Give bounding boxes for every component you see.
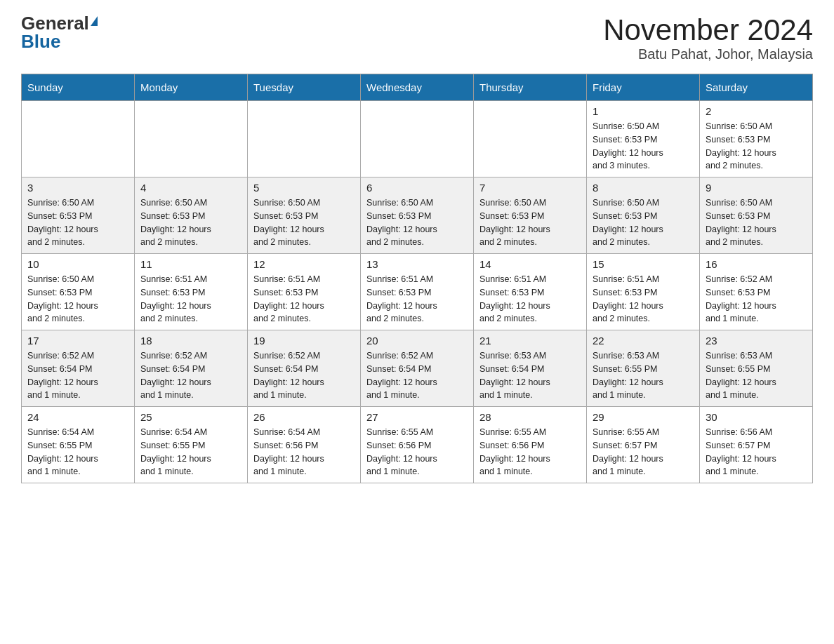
day-info: Sunrise: 6:54 AM Sunset: 6:55 PM Dayligh… bbox=[27, 426, 128, 478]
weekday-header-tuesday: Tuesday bbox=[248, 74, 361, 101]
calendar-cell: 18Sunrise: 6:52 AM Sunset: 6:54 PM Dayli… bbox=[135, 330, 248, 407]
weekday-header-monday: Monday bbox=[135, 74, 248, 101]
calendar-cell: 10Sunrise: 6:50 AM Sunset: 6:53 PM Dayli… bbox=[22, 254, 135, 330]
day-info: Sunrise: 6:50 AM Sunset: 6:53 PM Dayligh… bbox=[27, 273, 128, 326]
day-info: Sunrise: 6:50 AM Sunset: 6:53 PM Dayligh… bbox=[479, 196, 581, 249]
weekday-header-row: SundayMondayTuesdayWednesdayThursdayFrid… bbox=[22, 74, 813, 101]
weekday-header-sunday: Sunday bbox=[22, 74, 135, 101]
day-number: 25 bbox=[140, 411, 241, 423]
page-header: General Blue November 2024 Batu Pahat, J… bbox=[21, 14, 813, 62]
day-info: Sunrise: 6:53 AM Sunset: 6:54 PM Dayligh… bbox=[479, 349, 581, 402]
day-number: 6 bbox=[366, 182, 468, 194]
day-number: 21 bbox=[479, 335, 581, 347]
day-info: Sunrise: 6:51 AM Sunset: 6:53 PM Dayligh… bbox=[253, 273, 355, 326]
calendar-cell: 28Sunrise: 6:55 AM Sunset: 6:56 PM Dayli… bbox=[474, 407, 587, 483]
weekday-header-saturday: Saturday bbox=[700, 74, 813, 101]
calendar-cell: 17Sunrise: 6:52 AM Sunset: 6:54 PM Dayli… bbox=[22, 330, 135, 407]
day-number: 20 bbox=[366, 335, 468, 347]
calendar-cell: 22Sunrise: 6:53 AM Sunset: 6:55 PM Dayli… bbox=[587, 330, 700, 407]
calendar-cell: 1Sunrise: 6:50 AM Sunset: 6:53 PM Daylig… bbox=[587, 101, 700, 177]
month-title: November 2024 bbox=[603, 14, 813, 46]
day-info: Sunrise: 6:56 AM Sunset: 6:57 PM Dayligh… bbox=[706, 426, 807, 478]
day-info: Sunrise: 6:55 AM Sunset: 6:56 PM Dayligh… bbox=[479, 426, 581, 478]
calendar-cell: 27Sunrise: 6:55 AM Sunset: 6:56 PM Dayli… bbox=[361, 407, 474, 483]
calendar-cell: 12Sunrise: 6:51 AM Sunset: 6:53 PM Dayli… bbox=[248, 254, 361, 330]
calendar-cell: 30Sunrise: 6:56 AM Sunset: 6:57 PM Dayli… bbox=[700, 407, 813, 483]
day-number: 7 bbox=[479, 182, 581, 194]
location-title: Batu Pahat, Johor, Malaysia bbox=[603, 46, 813, 62]
calendar-cell: 6Sunrise: 6:50 AM Sunset: 6:53 PM Daylig… bbox=[361, 177, 474, 254]
day-info: Sunrise: 6:55 AM Sunset: 6:57 PM Dayligh… bbox=[593, 426, 694, 478]
day-number: 28 bbox=[479, 411, 581, 423]
logo-triangle-icon bbox=[91, 16, 98, 26]
calendar-week-row: 1Sunrise: 6:50 AM Sunset: 6:53 PM Daylig… bbox=[22, 101, 813, 177]
title-area: November 2024 Batu Pahat, Johor, Malaysi… bbox=[603, 14, 813, 62]
day-info: Sunrise: 6:52 AM Sunset: 6:54 PM Dayligh… bbox=[253, 349, 355, 402]
calendar-cell: 24Sunrise: 6:54 AM Sunset: 6:55 PM Dayli… bbox=[22, 407, 135, 483]
logo: General Blue bbox=[21, 14, 98, 51]
day-number: 14 bbox=[479, 258, 581, 270]
day-info: Sunrise: 6:52 AM Sunset: 6:53 PM Dayligh… bbox=[706, 273, 807, 326]
weekday-header-wednesday: Wednesday bbox=[361, 74, 474, 101]
calendar-cell: 25Sunrise: 6:54 AM Sunset: 6:55 PM Dayli… bbox=[135, 407, 248, 483]
day-number: 3 bbox=[27, 182, 128, 194]
calendar-cell: 14Sunrise: 6:51 AM Sunset: 6:53 PM Dayli… bbox=[474, 254, 587, 330]
calendar-week-row: 3Sunrise: 6:50 AM Sunset: 6:53 PM Daylig… bbox=[22, 177, 813, 254]
calendar-cell: 9Sunrise: 6:50 AM Sunset: 6:53 PM Daylig… bbox=[700, 177, 813, 254]
day-info: Sunrise: 6:53 AM Sunset: 6:55 PM Dayligh… bbox=[706, 349, 807, 402]
calendar-week-row: 10Sunrise: 6:50 AM Sunset: 6:53 PM Dayli… bbox=[22, 254, 813, 330]
day-number: 2 bbox=[706, 105, 807, 117]
calendar-cell: 21Sunrise: 6:53 AM Sunset: 6:54 PM Dayli… bbox=[474, 330, 587, 407]
day-number: 29 bbox=[593, 411, 694, 423]
day-info: Sunrise: 6:52 AM Sunset: 6:54 PM Dayligh… bbox=[366, 349, 468, 402]
day-info: Sunrise: 6:51 AM Sunset: 6:53 PM Dayligh… bbox=[140, 273, 241, 326]
calendar-week-row: 17Sunrise: 6:52 AM Sunset: 6:54 PM Dayli… bbox=[22, 330, 813, 407]
day-info: Sunrise: 6:50 AM Sunset: 6:53 PM Dayligh… bbox=[593, 120, 694, 173]
calendar-week-row: 24Sunrise: 6:54 AM Sunset: 6:55 PM Dayli… bbox=[22, 407, 813, 483]
day-info: Sunrise: 6:51 AM Sunset: 6:53 PM Dayligh… bbox=[366, 273, 468, 326]
calendar-cell: 4Sunrise: 6:50 AM Sunset: 6:53 PM Daylig… bbox=[135, 177, 248, 254]
day-number: 13 bbox=[366, 258, 468, 270]
calendar-cell: 15Sunrise: 6:51 AM Sunset: 6:53 PM Dayli… bbox=[587, 254, 700, 330]
day-number: 15 bbox=[593, 258, 694, 270]
logo-blue-text: Blue bbox=[21, 32, 60, 51]
day-number: 24 bbox=[27, 411, 128, 423]
calendar-cell: 19Sunrise: 6:52 AM Sunset: 6:54 PM Dayli… bbox=[248, 330, 361, 407]
calendar-cell: 23Sunrise: 6:53 AM Sunset: 6:55 PM Dayli… bbox=[700, 330, 813, 407]
calendar-cell bbox=[248, 101, 361, 177]
day-number: 30 bbox=[706, 411, 807, 423]
calendar-cell: 26Sunrise: 6:54 AM Sunset: 6:56 PM Dayli… bbox=[248, 407, 361, 483]
calendar-cell: 2Sunrise: 6:50 AM Sunset: 6:53 PM Daylig… bbox=[700, 101, 813, 177]
calendar-cell: 20Sunrise: 6:52 AM Sunset: 6:54 PM Dayli… bbox=[361, 330, 474, 407]
day-info: Sunrise: 6:50 AM Sunset: 6:53 PM Dayligh… bbox=[593, 196, 694, 249]
day-number: 8 bbox=[593, 182, 694, 194]
calendar-cell: 29Sunrise: 6:55 AM Sunset: 6:57 PM Dayli… bbox=[587, 407, 700, 483]
calendar-cell: 11Sunrise: 6:51 AM Sunset: 6:53 PM Dayli… bbox=[135, 254, 248, 330]
day-info: Sunrise: 6:50 AM Sunset: 6:53 PM Dayligh… bbox=[706, 120, 807, 173]
day-number: 4 bbox=[140, 182, 241, 194]
day-info: Sunrise: 6:50 AM Sunset: 6:53 PM Dayligh… bbox=[27, 196, 128, 249]
day-info: Sunrise: 6:53 AM Sunset: 6:55 PM Dayligh… bbox=[593, 349, 694, 402]
day-info: Sunrise: 6:50 AM Sunset: 6:53 PM Dayligh… bbox=[366, 196, 468, 249]
day-number: 23 bbox=[706, 335, 807, 347]
day-number: 12 bbox=[253, 258, 355, 270]
day-number: 27 bbox=[366, 411, 468, 423]
day-info: Sunrise: 6:50 AM Sunset: 6:53 PM Dayligh… bbox=[140, 196, 241, 249]
day-number: 9 bbox=[706, 182, 807, 194]
day-info: Sunrise: 6:55 AM Sunset: 6:56 PM Dayligh… bbox=[366, 426, 468, 478]
day-number: 5 bbox=[253, 182, 355, 194]
day-number: 1 bbox=[593, 105, 694, 117]
calendar-cell bbox=[474, 101, 587, 177]
calendar-cell: 16Sunrise: 6:52 AM Sunset: 6:53 PM Dayli… bbox=[700, 254, 813, 330]
day-info: Sunrise: 6:51 AM Sunset: 6:53 PM Dayligh… bbox=[593, 273, 694, 326]
day-info: Sunrise: 6:50 AM Sunset: 6:53 PM Dayligh… bbox=[706, 196, 807, 249]
logo-general-text: General bbox=[21, 14, 89, 32]
day-info: Sunrise: 6:54 AM Sunset: 6:56 PM Dayligh… bbox=[253, 426, 355, 478]
day-info: Sunrise: 6:52 AM Sunset: 6:54 PM Dayligh… bbox=[140, 349, 241, 402]
calendar-table: SundayMondayTuesdayWednesdayThursdayFrid… bbox=[21, 74, 813, 483]
day-number: 11 bbox=[140, 258, 241, 270]
calendar-cell: 3Sunrise: 6:50 AM Sunset: 6:53 PM Daylig… bbox=[22, 177, 135, 254]
day-info: Sunrise: 6:54 AM Sunset: 6:55 PM Dayligh… bbox=[140, 426, 241, 478]
day-info: Sunrise: 6:51 AM Sunset: 6:53 PM Dayligh… bbox=[479, 273, 581, 326]
calendar-cell bbox=[361, 101, 474, 177]
